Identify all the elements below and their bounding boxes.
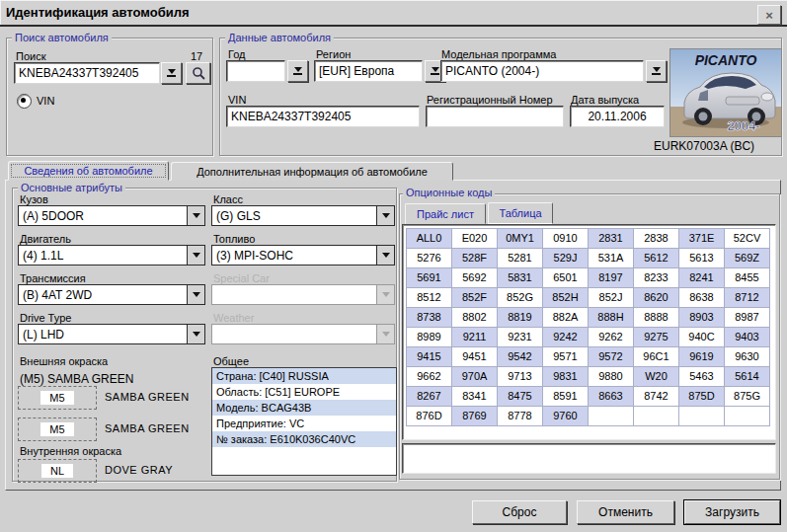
option-code-cell[interactable]: 8197 <box>589 268 633 287</box>
option-code-cell[interactable]: 5692 <box>452 268 497 287</box>
option-code-cell[interactable]: 8987 <box>725 308 769 327</box>
option-code-cell[interactable]: 9619 <box>679 347 724 366</box>
option-code-cell[interactable]: 9572 <box>589 347 633 366</box>
model-program-input[interactable]: PICANTO (2004-) <box>440 60 644 82</box>
option-code-cell[interactable]: 9760 <box>543 407 588 425</box>
option-code-cell[interactable]: 852G <box>498 288 542 307</box>
search-input[interactable]: KNEBA24337T392405 <box>14 62 160 84</box>
reset-button[interactable]: Сброс <box>472 500 567 524</box>
option-code-cell[interactable]: 5613 <box>679 249 724 267</box>
attribute-combo[interactable]: (G) GLS <box>211 205 395 226</box>
option-code-cell[interactable]: 8455 <box>725 268 769 287</box>
option-code-cell[interactable]: 2838 <box>634 229 678 248</box>
option-code-cell[interactable]: 9451 <box>452 347 497 366</box>
option-code-cell[interactable]: 8591 <box>543 387 588 406</box>
option-code-cell[interactable]: 8802 <box>452 308 497 327</box>
option-code-cell[interactable]: 8712 <box>725 288 769 307</box>
option-code-cell[interactable]: 8233 <box>634 268 678 287</box>
option-code-cell[interactable]: 6501 <box>543 268 588 287</box>
option-code-cell[interactable]: 96C1 <box>634 347 678 366</box>
option-code-cell[interactable]: 569Z <box>725 249 769 267</box>
option-code-cell[interactable]: 528F <box>452 249 497 267</box>
registration-number-input[interactable] <box>426 106 564 127</box>
attribute-combo[interactable]: (B) 4AT 2WD <box>18 284 205 305</box>
option-code-cell[interactable]: 8638 <box>679 288 724 307</box>
issue-date-input[interactable]: 20.11.2006 <box>570 106 665 127</box>
search-button[interactable] <box>186 62 210 84</box>
load-button[interactable]: Загрузить <box>684 500 780 524</box>
tab-price-list[interactable]: Прайс лист <box>405 203 486 224</box>
chevron-down-icon[interactable] <box>187 325 204 343</box>
option-code-cell[interactable]: 529J <box>543 249 588 267</box>
option-code-cell[interactable]: 8341 <box>452 387 497 406</box>
option-code-cell[interactable]: 8819 <box>498 308 542 327</box>
option-code-cell[interactable]: 882A <box>543 308 588 327</box>
option-code-cell[interactable]: 0910 <box>543 229 588 248</box>
chevron-down-icon[interactable] <box>187 285 204 304</box>
option-code-cell[interactable]: 8989 <box>407 328 451 346</box>
attribute-combo[interactable]: (L) LHD <box>18 324 205 344</box>
attribute-combo[interactable]: (4) 1.1L <box>18 245 205 266</box>
option-code-cell[interactable]: 5614 <box>725 367 769 386</box>
tab-additional-info[interactable]: Дополнительная информация об автомобиле <box>171 162 453 181</box>
option-code-cell[interactable]: 9880 <box>589 367 633 386</box>
option-code-cell[interactable]: 9403 <box>725 328 769 346</box>
search-history-dropdown-button[interactable] <box>161 62 182 84</box>
option-code-cell[interactable]: 875D <box>679 387 724 406</box>
option-code-cell[interactable]: 8241 <box>679 268 724 287</box>
option-code-cell[interactable]: 5281 <box>498 249 542 267</box>
option-code-cell[interactable]: 9831 <box>543 367 588 386</box>
chevron-down-icon[interactable] <box>187 246 204 265</box>
option-code-cell[interactable]: 852H <box>543 288 588 307</box>
year-input[interactable] <box>226 60 285 82</box>
option-code-cell[interactable]: 8663 <box>589 387 633 406</box>
option-code-cell[interactable] <box>725 407 769 425</box>
tab-vehicle-info[interactable]: Сведения об автомобиле <box>8 161 169 181</box>
option-code-cell[interactable]: 940C <box>679 328 724 346</box>
option-code-cell[interactable]: 852F <box>452 288 497 307</box>
option-code-cell[interactable]: 852J <box>589 288 633 307</box>
option-code-cell[interactable]: 8475 <box>498 387 542 406</box>
paint-code-swatch[interactable]: M5 <box>18 386 97 410</box>
option-code-cell[interactable]: 8738 <box>407 308 451 327</box>
vin-input[interactable]: KNEBA24337T392405 <box>226 106 420 127</box>
option-code-cell[interactable]: 9662 <box>407 367 451 386</box>
option-code-cell[interactable]: 5612 <box>634 249 678 267</box>
option-code-cell[interactable]: 8267 <box>407 387 451 406</box>
chevron-down-icon[interactable] <box>187 206 204 225</box>
option-code-cell[interactable]: 9415 <box>407 347 451 366</box>
cancel-button[interactable]: Отменить <box>577 500 674 524</box>
chevron-down-icon[interactable] <box>376 206 394 225</box>
option-code-cell[interactable]: 9275 <box>634 328 678 346</box>
paint-code-swatch[interactable]: NL <box>18 459 97 483</box>
option-code-cell[interactable]: 9231 <box>498 328 542 346</box>
option-code-cell[interactable]: 9542 <box>498 347 542 366</box>
option-code-cell[interactable]: 9630 <box>725 347 769 366</box>
option-code-cell[interactable]: 5831 <box>498 268 542 287</box>
year-dropdown-button[interactable] <box>287 60 308 82</box>
option-code-cell[interactable]: 531A <box>589 249 633 267</box>
option-code-cell[interactable]: 5276 <box>407 249 451 267</box>
option-code-cell[interactable]: 9242 <box>543 328 588 346</box>
option-code-cell[interactable]: 5463 <box>679 367 724 386</box>
option-code-cell[interactable]: 9571 <box>543 347 588 366</box>
option-code-cell[interactable]: 371E <box>679 229 724 248</box>
close-button[interactable]: × <box>757 5 781 25</box>
option-code-cell[interactable]: 5691 <box>407 268 451 287</box>
region-input[interactable]: [EUR] Европа <box>314 60 423 82</box>
option-code-cell[interactable]: ALL0 <box>407 229 451 248</box>
model-program-dropdown-button[interactable] <box>646 60 667 82</box>
option-code-cell[interactable]: 970A <box>452 367 497 386</box>
option-code-cell[interactable]: 52CV <box>725 229 769 248</box>
chevron-down-icon[interactable] <box>376 246 394 265</box>
option-code-cell[interactable] <box>679 407 724 425</box>
option-code-cell[interactable]: 8620 <box>634 288 678 307</box>
paint-code-swatch[interactable]: M5 <box>18 418 97 441</box>
option-code-cell[interactable]: 8778 <box>498 407 542 425</box>
option-code-cell[interactable]: 875G <box>725 387 769 406</box>
option-code-cell[interactable]: 8903 <box>679 308 724 327</box>
option-code-cell[interactable]: 8888 <box>634 308 678 327</box>
attribute-combo[interactable]: (A) 5DOOR <box>18 205 205 226</box>
attribute-combo[interactable]: (3) MPI-SOHC <box>211 245 395 266</box>
option-code-cell[interactable] <box>634 407 678 425</box>
